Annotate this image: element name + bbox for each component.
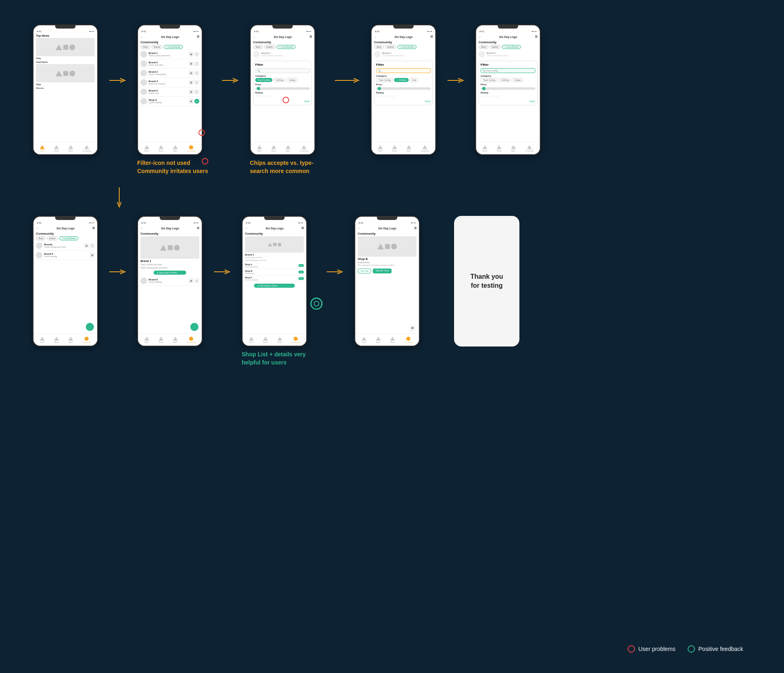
nav-races-7[interactable]: Races [158,337,163,343]
brand-icon-btn-5b[interactable]: ▪ [194,89,199,94]
events-chip-3[interactable]: Events [264,45,275,49]
shop-chip-5[interactable]: Shop [479,45,488,49]
brand-icon-btn-3b[interactable]: ▪ [194,71,199,76]
nav-rules-4[interactable]: Rules [406,145,411,152]
brand-icon-6-1a[interactable]: ⊞ [84,243,89,248]
nav-races-6[interactable]: Races [54,337,59,343]
filter-catego-5[interactable]: Catego [512,78,523,82]
brand-icon-btn-1a[interactable]: ⊞ [189,52,194,57]
local-brands-chip-6[interactable]: ✓ Local Brands [59,236,78,240]
nav-home-7[interactable]: Home [144,337,149,343]
events-chip[interactable]: Events [151,45,163,49]
take-me-there-btn-9[interactable]: Take Me There [373,269,391,273]
brand-icon-btn-3a[interactable]: ⊞ [189,71,194,76]
nav-races-3[interactable]: Races [271,145,276,152]
brand-icon-7-1b[interactable]: ▪ [194,278,199,283]
brand-icon-6-2a[interactable]: ⊞ [90,253,95,258]
nav-community[interactable]: Community [82,145,91,152]
view-shops-btn-7[interactable]: ● View shops in Berlin [154,271,186,275]
filter-track-cycling-4[interactable]: Track Cycling [376,78,393,82]
filter-cate-4[interactable]: Cate [410,78,419,82]
nav-rules-3[interactable]: Rules [285,145,290,152]
local-brands-chip-4[interactable]: ✓ Local Brands [397,45,416,49]
nav-races-4[interactable]: Races [392,145,397,152]
brand-icon-btn-2b[interactable]: ▪ [194,61,199,66]
filter-search-5[interactable]: 🔍 Track Cycling [481,68,535,73]
nav-rules[interactable]: Rules [68,145,73,152]
nav-home-3[interactable]: Home [257,145,262,152]
filter-clothing-5[interactable]: Clothing [499,78,511,82]
shop-chip-3[interactable]: Shop [253,45,263,49]
nav-rules-9[interactable]: Rules [390,337,395,343]
price-slider-4[interactable] [376,87,431,90]
brand-avatar-6 [140,98,147,104]
nav-home-5[interactable]: Home [482,145,487,152]
local-brands-chip-3[interactable]: ✓ Local Brands [276,45,296,49]
shop-chip[interactable]: Shop [140,45,150,49]
nav-rules-6[interactable]: Rules [68,337,73,343]
nav-community-3[interactable]: Community [300,145,308,152]
nav-home-6[interactable]: Home [40,337,45,343]
brand-icon-btn-5a[interactable]: ⊞ [189,89,194,94]
visit-site-btn-9[interactable]: Visit Site [358,269,371,273]
brand-icon-btn-1b[interactable]: ▪ [194,52,199,57]
brand-icon-btn-4a[interactable]: ⊞ [189,80,194,85]
nav-community-6[interactable]: Community [82,337,91,343]
apply-btn-5[interactable]: Apply [481,99,535,103]
filter-clothing-3[interactable]: Clothing [273,78,285,82]
nav-community-7[interactable]: Community [187,337,195,343]
filter-search-3[interactable]: 🔍 [255,68,310,73]
nav-rules-8[interactable]: Rules [277,337,282,343]
events-chip-5[interactable]: Events [490,45,501,49]
brand-icon-btn-2a[interactable]: ⊞ [189,61,194,66]
nav-community-9[interactable]: Community [404,337,412,343]
filter-search-4[interactable]: 🔍 [376,68,431,73]
nav-community-4[interactable]: Community [421,145,429,152]
nav-community-8[interactable]: Community [292,337,300,343]
nav-rules-7[interactable]: Rules [173,337,178,343]
legend: User problems Positive feedback [628,645,743,653]
nav-home-9[interactable]: Home [361,337,366,343]
brand-icon-7-1a[interactable]: ⊞ [189,278,194,283]
nav-home-8[interactable]: Home [249,337,254,343]
go-btn-c[interactable]: Go [298,277,304,280]
nav-rules-2[interactable]: Rules [173,145,178,152]
events-chip-4[interactable]: Events [385,45,396,49]
nav-home[interactable]: Home [40,145,45,152]
nav-home-2[interactable]: Home [144,145,149,152]
brand-row-1: Brand 1 Track Cycling and more ⊞ ▪ [140,50,199,59]
nav-races-2[interactable]: Races [158,145,163,152]
nav-home-4[interactable]: Home [378,145,383,152]
brand-icon-btn-4b[interactable]: ▪ [194,80,199,85]
go-btn-b[interactable]: Go [298,271,304,273]
brand-icon-6-1b[interactable]: ▪ [90,243,95,248]
nav-community-2[interactable]: Community [187,145,195,152]
nav-rules-5[interactable]: Rules [511,145,516,152]
local-brands-chip-5[interactable]: ✓ Local Brands [502,45,521,49]
filter-clothing-4[interactable]: ✓ Clothing [394,78,409,82]
local-brands-chip[interactable]: ✓ Local Brands [164,45,183,49]
stars-4[interactable]: ☆ ☆ ☆ ☆ ☆ [376,95,431,98]
price-slider-5[interactable] [481,87,535,90]
filter-catego-3[interactable]: Catego [286,78,298,82]
stars-5[interactable]: ☆ ☆ ☆ ☆ ☆ [481,95,535,98]
nav-races-5[interactable]: Races [497,145,501,152]
hide-shops-btn-8[interactable]: ● Hide shops in Berlin [254,284,295,288]
geo-shapes-7 [160,245,180,251]
filter-track-cycling-3[interactable]: Track Cycling [255,78,272,82]
go-btn-a[interactable]: Go [298,264,304,267]
brand-icon-btn-6b[interactable]: ● [194,99,199,104]
brand-icon-btn-6a[interactable]: ⊞ [189,99,194,104]
nav-community-5[interactable]: Community [525,145,533,152]
nav-races-8[interactable]: Races [263,337,268,343]
shop-chip-4[interactable]: Shop [374,45,384,49]
shop-chip-6[interactable]: Shop [36,236,46,240]
stars-3[interactable]: ☆ ☆ ☆ ☆ ☆ [255,95,310,98]
apply-btn-4[interactable]: Apply [376,99,431,103]
price-slider-3[interactable] [255,87,310,90]
nav-races[interactable]: Races [54,145,59,152]
filter-track-cycling-5[interactable]: Track Cycling [481,78,498,82]
triangle-shape-8 [268,243,272,247]
nav-races-9[interactable]: Races [376,337,381,343]
events-chip-6[interactable]: Events [47,236,58,240]
